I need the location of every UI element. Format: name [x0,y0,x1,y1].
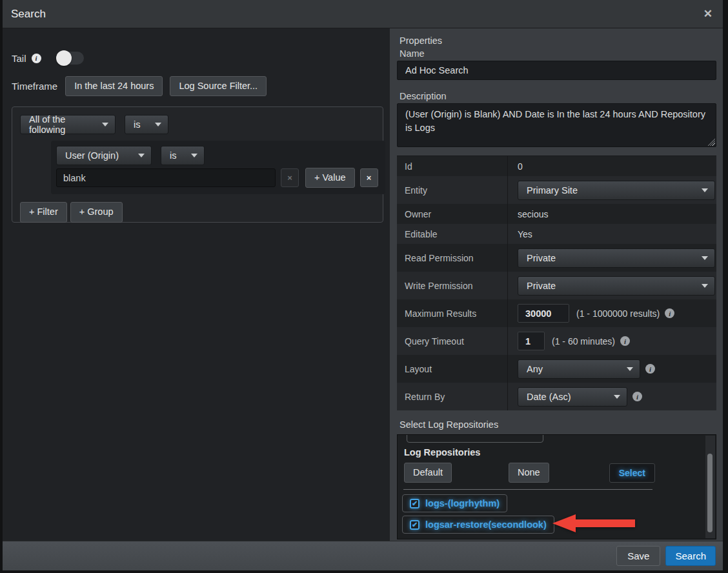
select-button[interactable]: Select [609,463,655,483]
table-row-entity: Entity Primary Site [397,176,716,204]
checkbox-checked-icon[interactable]: ✔ [410,499,420,508]
tail-info-icon[interactable]: i [32,54,41,63]
table-row-return-by: Return By Date (Asc) i [397,383,716,410]
query-timeout-info-icon[interactable]: i [620,336,630,346]
chevron-down-icon [702,256,708,260]
write-permission-select[interactable]: Private [518,276,715,296]
checkbox-checked-icon[interactable]: ✔ [410,520,420,530]
table-row-editable: Editable Yes [397,224,716,244]
log-source-filter-button[interactable]: Log Source Filter... [170,76,267,96]
id-value: 0 [518,161,523,172]
select-log-repositories-heading: Select Log Repositories [399,419,716,430]
maximum-results-info-icon[interactable]: i [665,308,674,318]
properties-heading: Properties [399,35,716,46]
save-button[interactable]: Save [616,546,660,566]
field-value: User (Origin) [65,150,119,161]
maximum-results-hint: (1 - 1000000 results) [576,308,660,319]
query-timeout-hint: (1 - 60 minutes) [552,336,615,347]
add-group-button[interactable]: + Group [70,202,123,222]
filter-builder-panel: All of the following is User (Origin) [12,106,383,223]
table-row-maximum-results: Maximum Results (1 - 1000000 results) i [397,299,716,327]
table-row-query-timeout: Query Timeout (1 - 60 minutes) i [397,327,716,355]
table-row-read-permission: Read Permission Private [397,244,716,272]
table-row-layout: Layout Any i [397,355,716,383]
table-row-owner: Owner secious [397,204,716,224]
chevron-down-icon [702,284,708,288]
chevron-down-icon [614,395,620,399]
chevron-down-icon [102,123,108,126]
highlight-arrow-icon [552,514,635,532]
layout-select[interactable]: Any [518,359,640,379]
query-timeout-input[interactable] [518,332,545,350]
name-input[interactable] [397,61,716,80]
add-filter-button[interactable]: + Filter [20,202,67,222]
tail-label: Tail [12,53,26,64]
read-permission-select[interactable]: Private [518,248,715,268]
divider [403,489,652,490]
field-select[interactable]: User (Origin) [56,146,152,165]
scrollbar-thumb[interactable] [707,454,713,532]
group-operator-value: All of the following [29,114,93,135]
table-row-id: Id 0 [397,156,716,176]
entity-select[interactable]: Primary Site [518,181,715,200]
chevron-down-icon [627,367,633,371]
filter-value-input[interactable] [56,168,276,187]
table-row-write-permission: Write Permission Private [397,272,716,299]
return-by-info-icon[interactable]: i [632,392,642,401]
description-textarea[interactable]: (User (Origin) is Blank) AND Date is In … [397,103,716,147]
owner-value: secious [518,209,548,219]
tail-row: Tail i [12,52,390,65]
chevron-down-icon [191,154,197,157]
search-criteria-pane: Tail i Timeframe In the last 24 hours Lo… [3,28,390,541]
clipped-scrolled-field [407,434,543,443]
field-condition-select[interactable]: is [161,146,205,165]
remove-value-button[interactable]: × [281,168,299,187]
group-condition-select[interactable]: is [125,115,168,134]
maximum-results-input[interactable] [518,304,569,323]
timeframe-row: Timeframe In the last 24 hours Log Sourc… [12,76,390,96]
chevron-down-icon [155,123,161,126]
chevron-down-icon [702,188,708,192]
dialog-title: Search [11,8,46,21]
log-repositories-label: Log Repositories [404,447,716,457]
search-dialog: Search ✕ Tail i Timeframe In the last 24… [3,0,723,570]
group-operator-select[interactable]: All of the following [20,115,116,134]
properties-pane: Properties Name Description (User (Origi… [390,28,723,541]
tail-toggle[interactable] [57,52,84,65]
timeframe-label: Timeframe [12,81,57,92]
remove-filter-button[interactable]: × [360,168,378,187]
close-icon[interactable]: ✕ [703,8,713,19]
default-button[interactable]: Default [404,463,452,483]
chevron-down-icon [138,154,145,157]
none-button[interactable]: None [509,463,549,483]
toggle-knob [56,50,72,66]
name-label: Name [399,48,716,59]
repo-item-logs-logrhythm[interactable]: ✔ logs-(logrhythm) [402,494,507,512]
repo-item-logsar-restore-secondlook[interactable]: ✔ logsar-restore(secondlook) [402,516,554,534]
editable-value: Yes [518,229,532,239]
dialog-footer: Save Search [3,541,723,570]
dialog-titlebar: Search ✕ [3,0,723,28]
group-condition-value: is [134,119,140,130]
resize-grip-icon[interactable] [708,139,715,146]
layout-info-icon[interactable]: i [645,364,655,374]
timeframe-button[interactable]: In the last 24 hours [65,76,163,96]
description-label: Description [399,91,716,101]
properties-table: Id 0 Entity Primary Site Owner secious [397,156,716,410]
add-value-button[interactable]: + Value [305,168,355,188]
log-repositories-panel: Log Repositories Default None Select ✔ l… [397,434,716,539]
filter-condition-group: User (Origin) is × + Value × [51,141,385,194]
search-button[interactable]: Search [665,546,716,566]
scrollbar-track[interactable] [705,436,715,538]
field-condition-value: is [170,150,176,161]
return-by-select[interactable]: Date (Asc) [518,387,627,407]
